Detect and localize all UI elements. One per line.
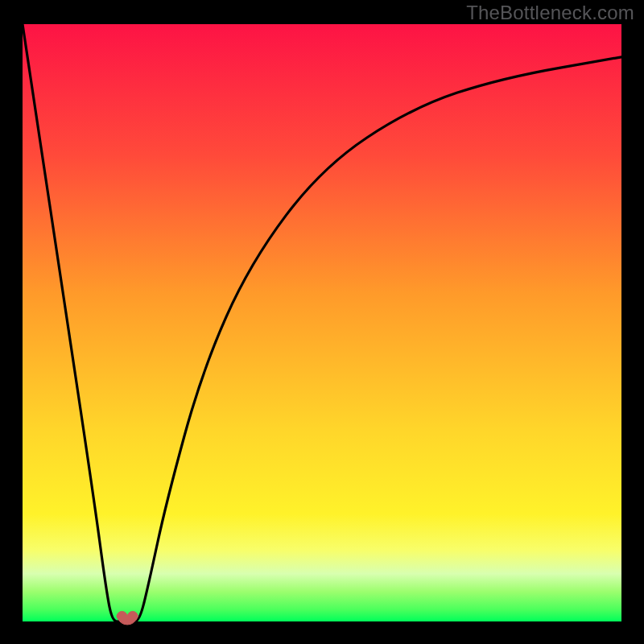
chart-svg <box>0 0 644 644</box>
plot-background <box>23 24 621 621</box>
chart-frame: TheBottleneck.com <box>0 0 644 644</box>
watermark-text: TheBottleneck.com <box>466 2 634 24</box>
